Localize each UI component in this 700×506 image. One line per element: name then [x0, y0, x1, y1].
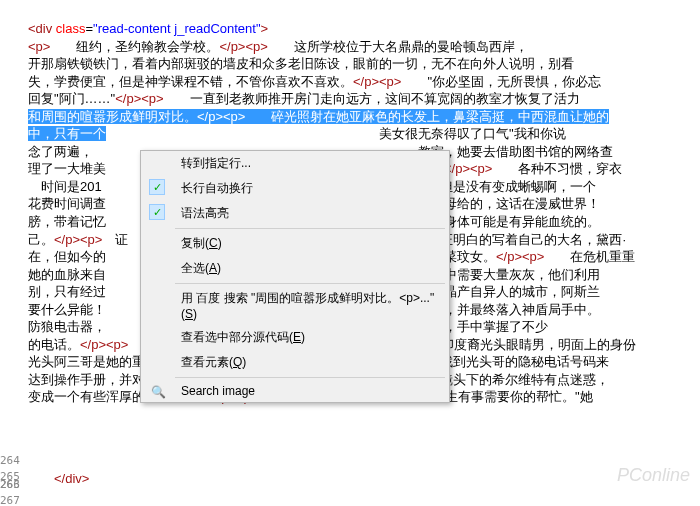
- search-icon: 🔍: [151, 385, 166, 399]
- menu-inspect-element[interactable]: 查看元素(Q): [141, 350, 449, 375]
- watermark: PConline: [617, 465, 690, 486]
- tag: </div>: [54, 471, 89, 486]
- menu-search-image[interactable]: 🔍Search image: [141, 380, 449, 402]
- context-menu: 转到指定行... ✓长行自动换行 ✓语法高亮 复制(C) 全选(A) 用 百度 …: [140, 150, 450, 403]
- menu-separator: [175, 283, 445, 284]
- menu-separator: [175, 377, 445, 378]
- menu-separator: [175, 228, 445, 229]
- check-icon: ✓: [149, 204, 165, 220]
- menu-word-wrap[interactable]: ✓长行自动换行: [141, 176, 449, 201]
- line-number: 266: [0, 478, 20, 491]
- menu-select-all[interactable]: 全选(A): [141, 256, 449, 281]
- code-line[interactable]: <div class="admire-wrap">: [28, 492, 700, 506]
- menu-syntax-highlight[interactable]: ✓语法高亮: [141, 201, 449, 226]
- selected-text: 周围的喧嚣形成鲜明对比。: [41, 109, 197, 124]
- menu-goto-line[interactable]: 转到指定行...: [141, 151, 449, 176]
- menu-view-selection-source[interactable]: 查看选中部分源代码(E): [141, 325, 449, 350]
- line-number: 267: [0, 494, 20, 506]
- check-icon: ✓: [149, 179, 165, 195]
- line-number: 264: [0, 454, 20, 467]
- menu-copy[interactable]: 复制(C): [141, 231, 449, 256]
- code-line[interactable]: </div>: [28, 452, 700, 487]
- menu-baidu-search[interactable]: 用 百度 搜索 "周围的喧嚣形成鲜明对比。<p>..." (S): [141, 286, 449, 325]
